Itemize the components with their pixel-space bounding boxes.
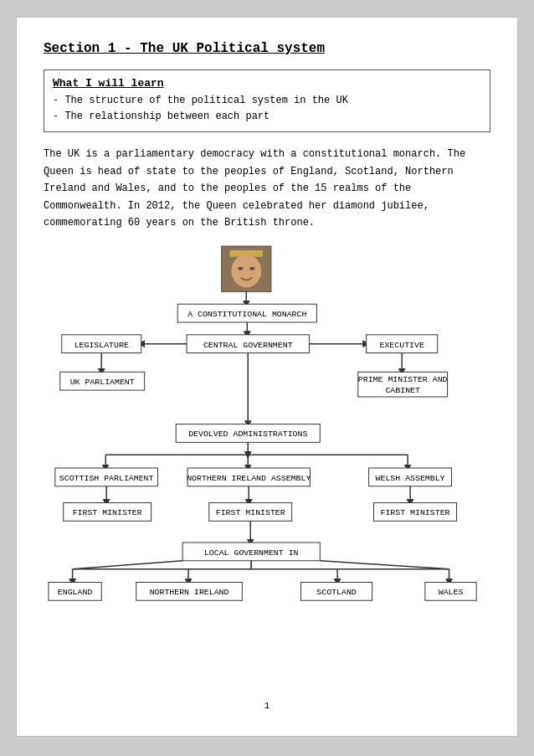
- svg-line-37: [320, 561, 449, 569]
- scotland-label: SCOTLAND: [316, 589, 356, 598]
- devolved-label: DEVOLVED ADMINISTRATIONS: [188, 430, 307, 440]
- page-number: 1: [44, 701, 490, 711]
- monarch-label: A CONSTITUTIONAL MONARCH: [187, 310, 306, 319]
- svg-point-2: [231, 255, 261, 288]
- learn-box: What I will learn - The structure of the…: [44, 69, 490, 132]
- local-gov-label: LOCAL GOVERNMENT IN: [204, 548, 299, 558]
- pm-label-2: CABINET: [385, 386, 420, 395]
- svg-point-3: [238, 267, 243, 270]
- learn-item-2: - The relationship between each part: [53, 109, 481, 125]
- diagram-svg: A CONSTITUTIONAL MONARCH CENTRAL GOVERNM…: [44, 246, 490, 685]
- first-minister-2: FIRST MINISTER: [216, 509, 285, 518]
- svg-point-4: [249, 267, 254, 270]
- page-title: Section 1 - The UK Political system: [44, 41, 490, 56]
- learn-item-1: - The structure of the political system …: [53, 93, 481, 109]
- uk-parliament-label: UK PARLIAMENT: [70, 378, 135, 387]
- ni-assembly-label: NORTHERN IRELAND ASSEMBLY: [187, 474, 311, 483]
- central-gov-label: CENTRAL GOVERNMENT: [203, 341, 293, 350]
- svg-line-36: [73, 561, 183, 569]
- welsh-assembly-label: WELSH ASSEMBLY: [376, 474, 445, 483]
- first-minister-3: FIRST MINISTER: [381, 509, 450, 518]
- intro-text: The UK is a parliamentary democracy with…: [44, 146, 490, 231]
- wales-label: WALES: [439, 589, 464, 598]
- diagram: A CONSTITUTIONAL MONARCH CENTRAL GOVERNM…: [44, 246, 490, 689]
- scottish-parliament-label: SCOTTISH PARLIAMENT: [59, 474, 154, 483]
- pm-label-1: PRIME MINISTER AND: [358, 376, 448, 385]
- learn-heading: What I will learn: [53, 77, 481, 90]
- england-label: ENGLAND: [58, 589, 93, 598]
- northern-ireland-label: NORTHERN IRELAND: [150, 589, 229, 598]
- legislature-label: LEGISLATURE: [74, 341, 129, 350]
- executive-label: EXECUTIVE: [380, 341, 424, 350]
- page: Section 1 - The UK Political system What…: [16, 17, 518, 737]
- first-minister-1: FIRST MINISTER: [73, 509, 142, 518]
